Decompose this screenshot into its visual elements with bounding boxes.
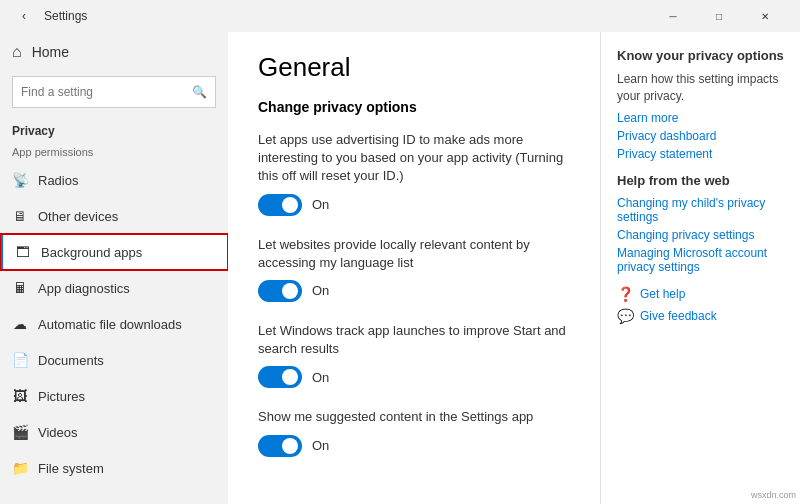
sidebar-item-videos[interactable]: 🎬 Videos xyxy=(0,414,228,450)
language-list-toggle[interactable] xyxy=(258,280,302,302)
advertising-id-description: Let apps use advertising ID to make ads … xyxy=(258,131,570,186)
file-system-icon: 📁 xyxy=(12,460,28,476)
back-button[interactable]: ‹ xyxy=(12,4,36,28)
window-controls: ─ □ ✕ xyxy=(650,0,788,32)
background-apps-label: Background apps xyxy=(41,245,142,260)
app-launches-toggle-row: On xyxy=(258,366,570,388)
learn-more-link[interactable]: Learn more xyxy=(617,111,784,125)
sidebar: ⌂ Home 🔍 Privacy App permissions 📡 Radio… xyxy=(0,32,228,504)
know-privacy-title: Know your privacy options xyxy=(617,48,784,63)
privacy-section-label: Privacy xyxy=(0,116,228,142)
videos-label: Videos xyxy=(38,425,78,440)
setting-advertising-id: Let apps use advertising ID to make ads … xyxy=(258,131,570,216)
advertising-id-toggle[interactable] xyxy=(258,194,302,216)
suggested-content-description: Show me suggested content in the Setting… xyxy=(258,408,570,426)
change-privacy-link[interactable]: Changing privacy settings xyxy=(617,228,784,242)
close-button[interactable]: ✕ xyxy=(742,0,788,32)
language-list-description: Let websites provide locally relevant co… xyxy=(258,236,570,272)
home-icon: ⌂ xyxy=(12,43,22,61)
file-system-label: File system xyxy=(38,461,104,476)
radios-icon: 📡 xyxy=(12,172,28,188)
radios-label: Radios xyxy=(38,173,78,188)
pictures-icon: 🖼 xyxy=(12,388,28,404)
sidebar-item-file-system[interactable]: 📁 File system xyxy=(0,450,228,486)
other-devices-label: Other devices xyxy=(38,209,118,224)
get-help-action[interactable]: ❓ Get help xyxy=(617,286,784,302)
documents-label: Documents xyxy=(38,353,104,368)
right-panel: Know your privacy options Learn how this… xyxy=(600,32,800,504)
app-diagnostics-label: App diagnostics xyxy=(38,281,130,296)
sidebar-item-radios[interactable]: 📡 Radios xyxy=(0,162,228,198)
setting-app-launches: Let Windows track app launches to improv… xyxy=(258,322,570,388)
advertising-id-toggle-label: On xyxy=(312,197,329,212)
page-title: General xyxy=(258,52,570,83)
give-feedback-icon: 💬 xyxy=(617,308,634,324)
app-permissions-label: App permissions xyxy=(0,142,228,162)
sidebar-item-app-diagnostics[interactable]: 🖩 App diagnostics xyxy=(0,270,228,306)
section-title: Change privacy options xyxy=(258,99,570,115)
give-feedback-label: Give feedback xyxy=(640,309,717,323)
language-list-toggle-label: On xyxy=(312,283,329,298)
setting-language-list: Let websites provide locally relevant co… xyxy=(258,236,570,302)
sidebar-item-background-apps[interactable]: 🗔 Background apps xyxy=(0,234,228,270)
app-launches-toggle-label: On xyxy=(312,370,329,385)
auto-downloads-label: Automatic file downloads xyxy=(38,317,182,332)
app-launches-toggle[interactable] xyxy=(258,366,302,388)
get-help-icon: ❓ xyxy=(617,286,634,302)
home-label: Home xyxy=(32,44,69,60)
auto-downloads-icon: ☁ xyxy=(12,316,28,332)
setting-suggested-content: Show me suggested content in the Setting… xyxy=(258,408,570,456)
privacy-dashboard-link[interactable]: Privacy dashboard xyxy=(617,129,784,143)
search-input[interactable] xyxy=(21,85,186,99)
minimize-button[interactable]: ─ xyxy=(650,0,696,32)
watermark: wsxdn.com xyxy=(751,490,796,500)
search-box[interactable]: 🔍 xyxy=(12,76,216,108)
home-nav-item[interactable]: ⌂ Home xyxy=(0,32,228,72)
search-icon: 🔍 xyxy=(192,85,207,99)
microsoft-account-link[interactable]: Managing Microsoft account privacy setti… xyxy=(617,246,784,274)
language-list-toggle-row: On xyxy=(258,280,570,302)
maximize-button[interactable]: □ xyxy=(696,0,742,32)
documents-icon: 📄 xyxy=(12,352,28,368)
sidebar-item-other-devices[interactable]: 🖥 Other devices xyxy=(0,198,228,234)
help-from-web-title: Help from the web xyxy=(617,173,784,188)
pictures-label: Pictures xyxy=(38,389,85,404)
sidebar-item-documents[interactable]: 📄 Documents xyxy=(0,342,228,378)
titlebar: ‹ Settings ─ □ ✕ xyxy=(0,0,800,32)
app-diagnostics-icon: 🖩 xyxy=(12,280,28,296)
suggested-content-toggle-row: On xyxy=(258,435,570,457)
suggested-content-toggle-label: On xyxy=(312,438,329,453)
main-content: General Change privacy options Let apps … xyxy=(228,32,600,504)
app-body: ⌂ Home 🔍 Privacy App permissions 📡 Radio… xyxy=(0,32,800,504)
privacy-statement-link[interactable]: Privacy statement xyxy=(617,147,784,161)
suggested-content-toggle[interactable] xyxy=(258,435,302,457)
child-privacy-link[interactable]: Changing my child's privacy settings xyxy=(617,196,784,224)
get-help-label: Get help xyxy=(640,287,685,301)
videos-icon: 🎬 xyxy=(12,424,28,440)
background-apps-icon: 🗔 xyxy=(15,244,31,260)
app-launches-description: Let Windows track app launches to improv… xyxy=(258,322,570,358)
sidebar-item-auto-file-downloads[interactable]: ☁ Automatic file downloads xyxy=(0,306,228,342)
know-privacy-text: Learn how this setting impacts your priv… xyxy=(617,71,784,105)
other-devices-icon: 🖥 xyxy=(12,208,28,224)
give-feedback-action[interactable]: 💬 Give feedback xyxy=(617,308,784,324)
sidebar-item-pictures[interactable]: 🖼 Pictures xyxy=(0,378,228,414)
advertising-id-toggle-row: On xyxy=(258,194,570,216)
app-title: Settings xyxy=(44,9,650,23)
